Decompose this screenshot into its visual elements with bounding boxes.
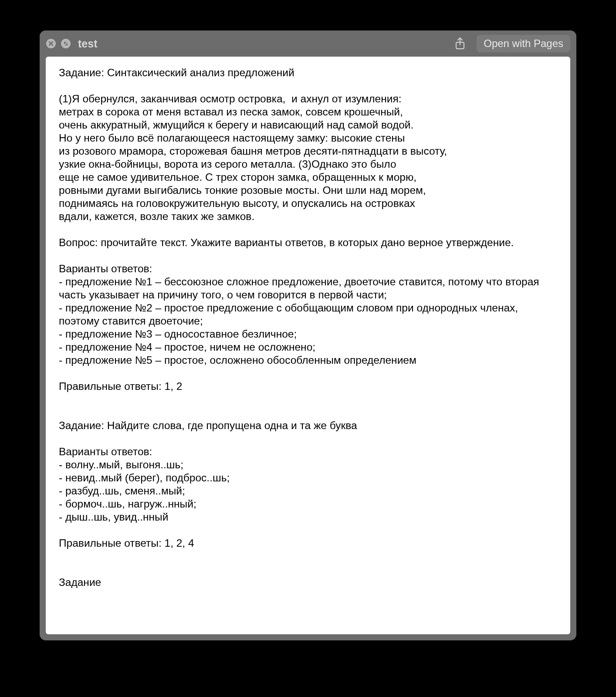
document-content: Задание: Синтаксический анализ предложен… (46, 57, 570, 634)
task2-title: Задание: Найдите слова, где пропущена од… (59, 419, 557, 432)
task1-question: Вопрос: прочитайте текст. Укажите вариан… (59, 236, 557, 249)
task1-text: (1)Я обернулся, заканчивая осмотр остров… (59, 92, 557, 223)
quicklook-window: test Open with Pages Задание: Синтаксиче… (40, 30, 576, 640)
close-icon[interactable] (46, 38, 56, 49)
task3-title: Задание (59, 576, 557, 589)
task1-answers: Правильные ответы: 1, 2 (59, 380, 557, 393)
task2-answers: Правильные ответы: 1, 2, 4 (59, 537, 557, 550)
svg-point-1 (61, 39, 71, 48)
open-with-button[interactable]: Open with Pages (477, 35, 570, 52)
task1-options-header: Варианты ответов: (59, 262, 557, 275)
titlebar: test Open with Pages (40, 30, 576, 57)
task1-title: Задание: Синтаксический анализ предложен… (59, 66, 557, 79)
window-title: test (78, 37, 97, 50)
task1-options: - предложение №1 – бессоюзное сложное пр… (59, 275, 557, 367)
task2-options-header: Варианты ответов: (59, 445, 557, 458)
titlebar-controls: test (46, 37, 97, 50)
task2-options: - волну..мый, выгоня..шь; - невид..мый (… (59, 458, 557, 524)
expand-icon[interactable] (61, 38, 71, 49)
share-icon[interactable] (451, 35, 469, 52)
